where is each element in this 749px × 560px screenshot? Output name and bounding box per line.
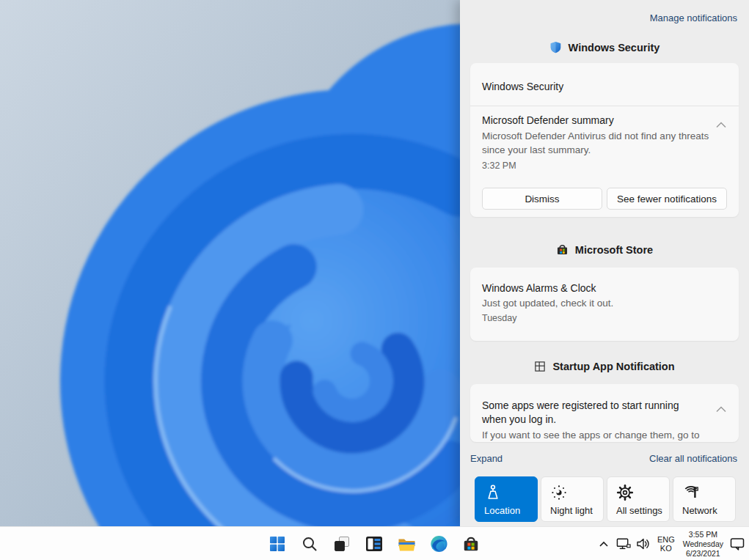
notification-body: If you want to see the apps or change th… <box>482 428 724 442</box>
chevron-up-icon <box>599 541 609 548</box>
quick-setting-all-settings[interactable]: All settings <box>607 476 670 522</box>
taskbar: ENG KO 3:55 PM Wednesday 6/23/2021 <box>0 526 749 560</box>
notification-body: Just got updated, check it out. <box>482 296 724 310</box>
notification-title: Windows Alarms & Clock <box>482 282 596 294</box>
widgets-button[interactable] <box>365 534 384 553</box>
comment-bubble-icon <box>730 537 745 551</box>
tile-label: Location <box>484 505 520 516</box>
clock-time: 3:55 PM <box>683 530 723 539</box>
tile-label: Network <box>682 505 717 516</box>
group-title: Windows Security <box>569 42 660 54</box>
notification-card-startup-apps[interactable]: Some apps were registered to start runni… <box>470 384 739 442</box>
clock-day: Wednesday <box>683 539 723 549</box>
notification-card-windows-security[interactable]: Windows Security Microsoft Defender summ… <box>470 63 739 217</box>
notification-title: Microsoft Defender summary <box>482 114 614 126</box>
search-icon <box>302 536 318 552</box>
store-bag-icon <box>556 243 569 256</box>
location-icon <box>484 484 502 501</box>
shield-icon <box>549 41 562 54</box>
dismiss-button[interactable]: Dismiss <box>482 188 602 210</box>
notification-title: Windows Security <box>482 81 563 92</box>
notification-time: Tuesday <box>482 313 516 323</box>
chevron-up-icon[interactable] <box>715 406 727 413</box>
quick-setting-location[interactable]: Location <box>475 476 538 522</box>
expand-link[interactable]: Expand <box>470 453 503 464</box>
clear-all-notifications-link[interactable]: Clear all notifications <box>649 453 737 464</box>
tray-network-button[interactable] <box>616 537 631 551</box>
tray-language-switcher[interactable]: ENG KO <box>656 535 676 553</box>
notification-card-alarms-clock[interactable]: Windows Alarms & Clock Just got updated,… <box>470 268 739 341</box>
windows-logo-icon <box>269 536 285 552</box>
file-explorer-icon <box>398 536 416 552</box>
quick-settings-tiles: Location Night light <box>475 476 736 522</box>
notification-time: 3:32 PM <box>482 161 516 171</box>
tray-volume-button[interactable] <box>636 537 651 551</box>
task-view-icon <box>333 535 351 553</box>
notification-actions: Dismiss See fewer notifications <box>482 188 727 210</box>
see-fewer-notifications-button[interactable]: See fewer notifications <box>607 188 727 210</box>
desktop-wallpaper: ♻ Recycle Bin <box>0 0 460 526</box>
notification-center-button[interactable] <box>730 537 745 551</box>
edge-icon <box>430 535 447 553</box>
tray-overflow-button[interactable] <box>596 537 611 551</box>
group-header-microsoft-store: Microsoft Store <box>460 243 749 256</box>
ethernet-display-icon <box>616 537 631 550</box>
store-bag-icon <box>462 535 480 553</box>
network-signal-icon <box>682 484 700 501</box>
app-window-icon <box>534 361 546 372</box>
group-title: Microsoft Store <box>575 244 653 256</box>
system-tray: ENG KO 3:55 PM Wednesday 6/23/2021 <box>596 527 745 560</box>
tile-label: All settings <box>616 505 662 516</box>
file-explorer-button[interactable] <box>397 534 416 553</box>
tray-clock[interactable]: 3:55 PM Wednesday 6/23/2021 <box>682 530 725 559</box>
bloom-wallpaper-art <box>0 0 460 526</box>
notification-divider <box>470 106 739 106</box>
notification-center-panel: Manage notifications Windows Security Wi… <box>460 0 749 526</box>
windows11-desktop-screen: ♻ Recycle Bin <box>0 0 749 560</box>
panel-footer-links: Expand Clear all notifications <box>470 453 737 464</box>
start-button[interactable] <box>268 534 287 553</box>
store-taskbar-button[interactable] <box>461 534 481 553</box>
clock-date: 6/23/2021 <box>683 549 723 559</box>
notification-title: Some apps were registered to start runni… <box>482 399 702 427</box>
group-header-startup-app-notification: Startup App Notification <box>460 361 749 372</box>
search-button[interactable] <box>300 534 319 553</box>
night-light-icon <box>550 484 568 501</box>
tile-label: Night light <box>550 505 593 516</box>
chevron-up-icon[interactable] <box>715 122 727 128</box>
notification-body: Microsoft Defender Antivirus did not fin… <box>482 129 715 157</box>
widgets-icon <box>365 536 383 552</box>
task-view-button[interactable] <box>332 534 351 553</box>
group-header-windows-security: Windows Security <box>460 41 749 54</box>
quick-setting-night-light[interactable]: Night light <box>541 476 604 522</box>
group-title: Startup App Notification <box>552 361 674 372</box>
language-secondary: KO <box>657 544 675 553</box>
quick-setting-network[interactable]: Network <box>673 476 736 522</box>
edge-taskbar-button[interactable] <box>429 534 448 553</box>
manage-notifications-link[interactable]: Manage notifications <box>650 12 737 23</box>
language-primary: ENG <box>657 535 675 544</box>
speaker-icon <box>636 537 651 550</box>
gear-icon <box>616 484 634 501</box>
